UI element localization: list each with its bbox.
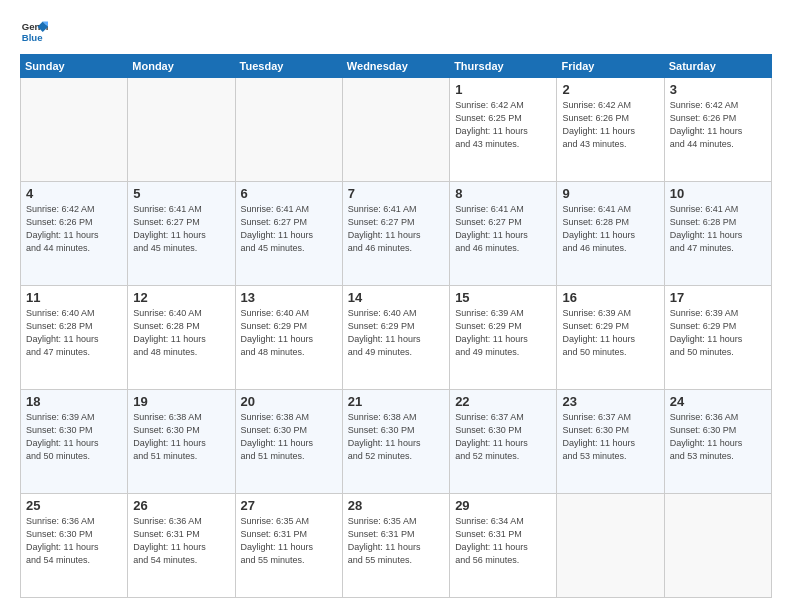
day-number: 17 (670, 290, 766, 305)
day-number: 5 (133, 186, 229, 201)
week-row-2: 4Sunrise: 6:42 AM Sunset: 6:26 PM Daylig… (21, 182, 772, 286)
day-cell: 16Sunrise: 6:39 AM Sunset: 6:29 PM Dayli… (557, 286, 664, 390)
day-number: 2 (562, 82, 658, 97)
day-cell (21, 78, 128, 182)
header-cell-saturday: Saturday (664, 55, 771, 78)
day-cell: 15Sunrise: 6:39 AM Sunset: 6:29 PM Dayli… (450, 286, 557, 390)
day-info: Sunrise: 6:35 AM Sunset: 6:31 PM Dayligh… (348, 515, 444, 567)
day-number: 9 (562, 186, 658, 201)
header-cell-tuesday: Tuesday (235, 55, 342, 78)
day-cell: 7Sunrise: 6:41 AM Sunset: 6:27 PM Daylig… (342, 182, 449, 286)
day-number: 8 (455, 186, 551, 201)
day-info: Sunrise: 6:41 AM Sunset: 6:27 PM Dayligh… (348, 203, 444, 255)
header: General Blue (20, 18, 772, 46)
day-number: 10 (670, 186, 766, 201)
header-cell-monday: Monday (128, 55, 235, 78)
header-cell-wednesday: Wednesday (342, 55, 449, 78)
day-info: Sunrise: 6:42 AM Sunset: 6:25 PM Dayligh… (455, 99, 551, 151)
day-info: Sunrise: 6:38 AM Sunset: 6:30 PM Dayligh… (348, 411, 444, 463)
day-info: Sunrise: 6:41 AM Sunset: 6:27 PM Dayligh… (133, 203, 229, 255)
day-cell: 6Sunrise: 6:41 AM Sunset: 6:27 PM Daylig… (235, 182, 342, 286)
day-cell: 28Sunrise: 6:35 AM Sunset: 6:31 PM Dayli… (342, 494, 449, 598)
day-number: 25 (26, 498, 122, 513)
day-info: Sunrise: 6:39 AM Sunset: 6:30 PM Dayligh… (26, 411, 122, 463)
day-cell: 26Sunrise: 6:36 AM Sunset: 6:31 PM Dayli… (128, 494, 235, 598)
day-number: 12 (133, 290, 229, 305)
day-info: Sunrise: 6:42 AM Sunset: 6:26 PM Dayligh… (26, 203, 122, 255)
day-info: Sunrise: 6:41 AM Sunset: 6:27 PM Dayligh… (241, 203, 337, 255)
day-info: Sunrise: 6:41 AM Sunset: 6:28 PM Dayligh… (670, 203, 766, 255)
week-row-5: 25Sunrise: 6:36 AM Sunset: 6:30 PM Dayli… (21, 494, 772, 598)
calendar-table: SundayMondayTuesdayWednesdayThursdayFrid… (20, 54, 772, 598)
day-cell: 14Sunrise: 6:40 AM Sunset: 6:29 PM Dayli… (342, 286, 449, 390)
day-number: 24 (670, 394, 766, 409)
day-number: 28 (348, 498, 444, 513)
header-cell-thursday: Thursday (450, 55, 557, 78)
logo: General Blue (20, 18, 48, 46)
day-number: 20 (241, 394, 337, 409)
svg-text:Blue: Blue (22, 32, 43, 43)
day-number: 15 (455, 290, 551, 305)
day-info: Sunrise: 6:40 AM Sunset: 6:28 PM Dayligh… (133, 307, 229, 359)
day-cell: 18Sunrise: 6:39 AM Sunset: 6:30 PM Dayli… (21, 390, 128, 494)
day-cell: 29Sunrise: 6:34 AM Sunset: 6:31 PM Dayli… (450, 494, 557, 598)
day-info: Sunrise: 6:41 AM Sunset: 6:27 PM Dayligh… (455, 203, 551, 255)
day-info: Sunrise: 6:39 AM Sunset: 6:29 PM Dayligh… (670, 307, 766, 359)
day-number: 1 (455, 82, 551, 97)
day-cell: 27Sunrise: 6:35 AM Sunset: 6:31 PM Dayli… (235, 494, 342, 598)
day-cell: 20Sunrise: 6:38 AM Sunset: 6:30 PM Dayli… (235, 390, 342, 494)
logo-icon: General Blue (20, 18, 48, 46)
day-cell: 24Sunrise: 6:36 AM Sunset: 6:30 PM Dayli… (664, 390, 771, 494)
day-cell: 21Sunrise: 6:38 AM Sunset: 6:30 PM Dayli… (342, 390, 449, 494)
day-cell: 3Sunrise: 6:42 AM Sunset: 6:26 PM Daylig… (664, 78, 771, 182)
day-info: Sunrise: 6:38 AM Sunset: 6:30 PM Dayligh… (133, 411, 229, 463)
day-number: 3 (670, 82, 766, 97)
day-cell: 5Sunrise: 6:41 AM Sunset: 6:27 PM Daylig… (128, 182, 235, 286)
week-row-1: 1Sunrise: 6:42 AM Sunset: 6:25 PM Daylig… (21, 78, 772, 182)
week-row-3: 11Sunrise: 6:40 AM Sunset: 6:28 PM Dayli… (21, 286, 772, 390)
day-info: Sunrise: 6:40 AM Sunset: 6:29 PM Dayligh… (241, 307, 337, 359)
day-number: 21 (348, 394, 444, 409)
day-info: Sunrise: 6:36 AM Sunset: 6:30 PM Dayligh… (670, 411, 766, 463)
day-cell: 13Sunrise: 6:40 AM Sunset: 6:29 PM Dayli… (235, 286, 342, 390)
day-info: Sunrise: 6:40 AM Sunset: 6:28 PM Dayligh… (26, 307, 122, 359)
day-info: Sunrise: 6:38 AM Sunset: 6:30 PM Dayligh… (241, 411, 337, 463)
day-info: Sunrise: 6:40 AM Sunset: 6:29 PM Dayligh… (348, 307, 444, 359)
day-info: Sunrise: 6:34 AM Sunset: 6:31 PM Dayligh… (455, 515, 551, 567)
day-cell (664, 494, 771, 598)
day-number: 29 (455, 498, 551, 513)
day-cell: 2Sunrise: 6:42 AM Sunset: 6:26 PM Daylig… (557, 78, 664, 182)
day-number: 18 (26, 394, 122, 409)
day-info: Sunrise: 6:39 AM Sunset: 6:29 PM Dayligh… (455, 307, 551, 359)
day-info: Sunrise: 6:37 AM Sunset: 6:30 PM Dayligh… (455, 411, 551, 463)
day-cell: 12Sunrise: 6:40 AM Sunset: 6:28 PM Dayli… (128, 286, 235, 390)
calendar-page: General Blue SundayMondayTuesdayWednesda… (0, 0, 792, 612)
day-number: 23 (562, 394, 658, 409)
day-cell: 17Sunrise: 6:39 AM Sunset: 6:29 PM Dayli… (664, 286, 771, 390)
day-number: 4 (26, 186, 122, 201)
day-info: Sunrise: 6:36 AM Sunset: 6:31 PM Dayligh… (133, 515, 229, 567)
day-number: 27 (241, 498, 337, 513)
day-number: 16 (562, 290, 658, 305)
day-cell: 19Sunrise: 6:38 AM Sunset: 6:30 PM Dayli… (128, 390, 235, 494)
day-cell: 10Sunrise: 6:41 AM Sunset: 6:28 PM Dayli… (664, 182, 771, 286)
day-cell: 23Sunrise: 6:37 AM Sunset: 6:30 PM Dayli… (557, 390, 664, 494)
header-cell-sunday: Sunday (21, 55, 128, 78)
day-info: Sunrise: 6:36 AM Sunset: 6:30 PM Dayligh… (26, 515, 122, 567)
day-number: 6 (241, 186, 337, 201)
day-info: Sunrise: 6:42 AM Sunset: 6:26 PM Dayligh… (562, 99, 658, 151)
day-info: Sunrise: 6:42 AM Sunset: 6:26 PM Dayligh… (670, 99, 766, 151)
week-row-4: 18Sunrise: 6:39 AM Sunset: 6:30 PM Dayli… (21, 390, 772, 494)
day-number: 11 (26, 290, 122, 305)
day-cell: 9Sunrise: 6:41 AM Sunset: 6:28 PM Daylig… (557, 182, 664, 286)
day-cell: 8Sunrise: 6:41 AM Sunset: 6:27 PM Daylig… (450, 182, 557, 286)
day-cell: 4Sunrise: 6:42 AM Sunset: 6:26 PM Daylig… (21, 182, 128, 286)
day-cell (557, 494, 664, 598)
day-cell (342, 78, 449, 182)
day-cell (235, 78, 342, 182)
day-info: Sunrise: 6:37 AM Sunset: 6:30 PM Dayligh… (562, 411, 658, 463)
day-cell (128, 78, 235, 182)
day-info: Sunrise: 6:41 AM Sunset: 6:28 PM Dayligh… (562, 203, 658, 255)
day-number: 13 (241, 290, 337, 305)
day-info: Sunrise: 6:39 AM Sunset: 6:29 PM Dayligh… (562, 307, 658, 359)
